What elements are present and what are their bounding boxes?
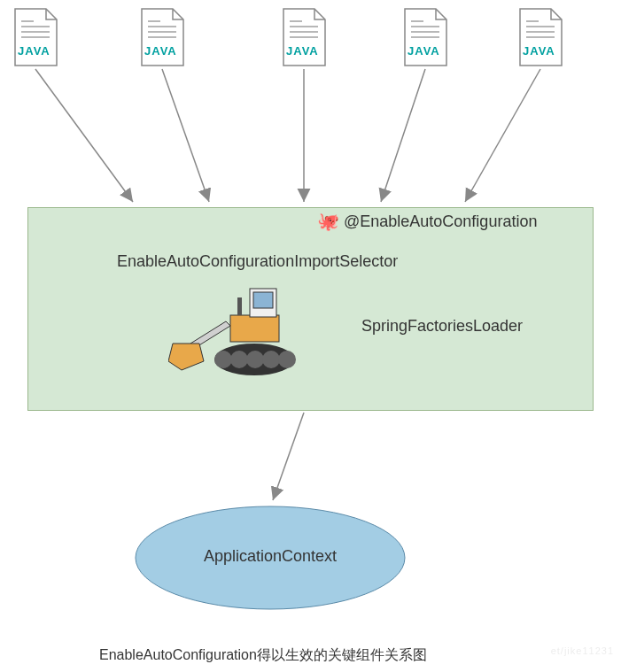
svg-line-23 xyxy=(381,69,425,202)
svg-line-35 xyxy=(273,413,304,500)
svg-line-24 xyxy=(465,69,540,202)
svg-line-20 xyxy=(35,69,133,202)
svg-point-33 xyxy=(262,351,280,368)
octopus-icon: 🐙 xyxy=(317,211,338,232)
svg-rect-25 xyxy=(230,315,279,342)
arrows-top xyxy=(0,0,621,212)
svg-rect-27 xyxy=(253,292,273,308)
svg-point-31 xyxy=(230,351,248,368)
svg-point-34 xyxy=(278,351,296,368)
application-context-label: ApplicationContext xyxy=(204,547,337,566)
watermark-text: et/jike11231 xyxy=(551,645,614,656)
arrow-to-context xyxy=(0,407,621,514)
import-selector-label: EnableAutoConfigurationImportSelector xyxy=(117,252,398,271)
svg-line-21 xyxy=(162,69,209,202)
svg-point-30 xyxy=(214,351,232,368)
spring-factories-loader-label: SpringFactoriesLoader xyxy=(361,317,523,336)
enable-annotation-label: @EnableAutoConfiguration xyxy=(344,212,537,231)
diagram-caption: EnableAutoConfiguration得以生效的关键组件关系图 xyxy=(99,646,427,665)
svg-rect-28 xyxy=(237,297,242,315)
svg-point-32 xyxy=(246,351,264,368)
bulldozer-icon xyxy=(168,273,319,397)
